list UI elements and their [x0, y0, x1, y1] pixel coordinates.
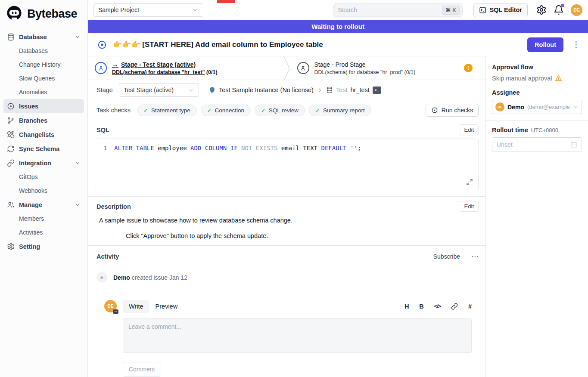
subscribe-button[interactable]: Subscribe — [433, 253, 460, 260]
heading-icon[interactable]: H — [404, 303, 409, 310]
sidebar-item-issues[interactable]: Issues — [3, 99, 84, 113]
search-input[interactable] — [338, 6, 442, 13]
search-box[interactable]: ⌘ K — [333, 3, 463, 17]
approval-flow-title: Approval flow — [492, 64, 582, 71]
sidebar-item-changelists[interactable]: Changelists — [3, 127, 84, 142]
project-select[interactable]: Sample Project — [93, 3, 203, 17]
environment-name: Test — [336, 87, 348, 93]
sidebar-item-label: Integration — [19, 160, 70, 167]
assignee-avatar: DE — [495, 102, 504, 111]
rollout-button[interactable]: Rollout — [527, 37, 563, 52]
check-icon: ✓ — [315, 107, 320, 114]
target-icon — [431, 107, 438, 114]
stage-cards: →Stage - Test Stage (active) DDL(schema)… — [88, 56, 485, 80]
stage-subtitle: DDL(schema) for database "hr_test" — [112, 69, 205, 75]
check-pill-summary-report[interactable]: ✓ Summary report — [309, 105, 371, 116]
description-edit-button[interactable]: Edit — [460, 201, 479, 212]
description-section: Description Edit A sample issue to showc… — [88, 196, 485, 245]
sidebar-item-branches[interactable]: Branches — [3, 113, 84, 127]
sidebar-item-integration[interactable]: Integration — [3, 156, 84, 170]
gear-icon — [7, 243, 15, 250]
kebab-menu-icon[interactable]: ⋮ — [572, 40, 580, 49]
stage-person-icon — [95, 62, 107, 74]
status-banner-text: Waiting to rollout — [311, 23, 364, 30]
brand-logo[interactable]: Bytebase — [0, 0, 87, 29]
brand-name: Bytebase — [27, 7, 77, 21]
issue-header: 👉👉👉 [START HERE] Add email column to Emp… — [88, 33, 588, 56]
sidebar-item-label: Setting — [19, 243, 81, 250]
stage-card-test[interactable]: →Stage - Test Stage (active) DDL(schema)… — [88, 56, 283, 80]
sidebar-item-slow-queries[interactable]: Slow Queries — [3, 71, 84, 85]
search-kbd: ⌘ K — [442, 6, 459, 15]
notifications-bell-icon[interactable] — [554, 5, 564, 15]
database-icon — [7, 33, 15, 41]
more-options-icon[interactable]: ⋯ — [471, 252, 479, 261]
issue-main-column: →Stage - Test Stage (active) DDL(schema)… — [88, 56, 486, 377]
stage-select[interactable]: Test Stage (active) — [119, 83, 199, 97]
sync-icon — [7, 145, 15, 153]
sql-editor-button[interactable]: SQL Editor — [473, 3, 528, 17]
comment-button[interactable]: Comment — [123, 362, 161, 377]
git-branch-icon — [7, 117, 15, 124]
assignee-title: Assignee — [492, 89, 582, 96]
comment-input[interactable] — [123, 318, 472, 353]
sql-title: SQL — [96, 127, 109, 133]
sidebar-item-webhooks[interactable]: Webhooks — [3, 184, 84, 198]
sql-section-header: SQL Edit — [88, 120, 485, 135]
pencil-ruler-icon — [7, 131, 15, 139]
chevron-down-icon — [75, 202, 81, 208]
sidebar-item-sync-schema[interactable]: Sync Schema — [3, 142, 84, 156]
chevron-right-icon — [317, 87, 323, 93]
sidebar-item-setting[interactable]: Setting — [3, 239, 84, 253]
sidebar-item-label: Database — [19, 34, 70, 40]
run-checks-button[interactable]: Run checks — [426, 104, 479, 117]
hash-icon[interactable]: # — [468, 303, 472, 310]
database-breadcrumb: Test Sample Instance (No license) Test h… — [208, 87, 381, 94]
instance-name[interactable]: Test Sample Instance (No license) — [219, 87, 314, 93]
activity-entry: + Demo created issue Jan 12 — [96, 272, 479, 283]
sidebar-item-manage[interactable]: Manage — [3, 198, 84, 212]
check-icon: ✓ — [261, 107, 266, 114]
check-pill-statement-type[interactable]: ✓ Statement type — [137, 105, 197, 116]
comment-editor: DE ··· Write Preview H B </> — [96, 300, 479, 377]
stage-separator — [283, 56, 290, 80]
task-checks-label: Task checks — [96, 107, 131, 114]
database-name[interactable]: hr_test — [351, 87, 370, 93]
sidebar-item-gitops[interactable]: GitOps — [3, 170, 84, 184]
approval-flow-value: Skip manual approval — [492, 75, 552, 82]
topbar: Sample Project ⌘ K SQL Editor DE — [88, 0, 588, 20]
sidebar-item-anomalies[interactable]: Anomalies — [3, 85, 84, 99]
link-icon[interactable] — [451, 303, 458, 310]
sidebar-item-change-history[interactable]: Change History — [3, 58, 84, 71]
stage-title: Stage - Prod Stage — [314, 61, 366, 68]
sidebar-item-members[interactable]: Members — [3, 212, 84, 226]
user-avatar[interactable]: DE — [571, 4, 582, 16]
sidebar-item-database[interactable]: Database — [3, 30, 84, 44]
stage-card-prod[interactable]: Stage - Prod Stage DDL(schema) for datab… — [290, 56, 486, 80]
sidebar-item-databases[interactable]: Databases — [3, 44, 84, 58]
code-icon[interactable]: </> — [434, 303, 441, 309]
sidebar-item-activities[interactable]: Activities — [3, 226, 84, 239]
sql-code-block[interactable]: 1ALTER TABLE employee ADD COLUMN IF NOT … — [95, 139, 479, 190]
calendar-icon — [570, 141, 577, 148]
issue-title: 👉👉👉 [START HERE] Add email column to Emp… — [113, 40, 527, 49]
warning-badge: ! — [464, 64, 473, 72]
open-sql-editor-icon[interactable]: >_ — [373, 87, 381, 94]
expand-icon[interactable] — [466, 179, 473, 185]
tab-write[interactable]: Write — [123, 300, 149, 313]
tab-preview[interactable]: Preview — [149, 300, 184, 313]
check-icon: ✓ — [207, 107, 212, 114]
bold-icon[interactable]: B — [419, 303, 423, 310]
settings-gear-icon[interactable] — [536, 5, 547, 15]
sql-edit-button[interactable]: Edit — [460, 124, 479, 135]
check-pill-sql-review[interactable]: ✓ SQL review — [255, 105, 305, 116]
stage-subtitle: DDL(schema) for database "hr_prod" (0/1) — [314, 69, 416, 75]
terminal-icon — [479, 6, 486, 14]
check-pill-connection[interactable]: ✓ Connection — [201, 105, 251, 116]
rollout-time-picker[interactable]: Unset — [492, 137, 582, 151]
assignee-select[interactable]: DE Demo (demo@example — [492, 100, 582, 114]
sidebar-item-label: Manage — [19, 201, 70, 208]
chevron-down-icon — [75, 34, 81, 40]
activity-text: created issue Jan 12 — [130, 274, 187, 281]
activity-title: Activity — [96, 253, 433, 260]
